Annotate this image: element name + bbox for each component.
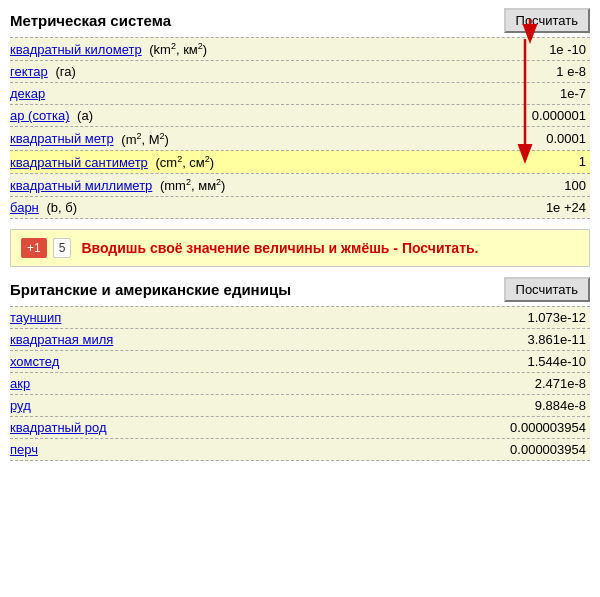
- unit-symbol: (mm2, мм2): [156, 178, 225, 193]
- unit-link-6[interactable]: перч: [10, 442, 38, 457]
- unit-link-0[interactable]: тауншип: [10, 310, 61, 325]
- unit-value: 1 е-8: [490, 64, 590, 79]
- unit-value: 0.0001: [490, 131, 590, 146]
- table-row: гектар (га)1 е-8: [10, 60, 590, 82]
- unit-name: барн (b, б): [10, 200, 77, 215]
- table-row: квадратный метр (m2, М2)0.0001: [10, 126, 590, 149]
- unit-value: 1е -10: [490, 42, 590, 57]
- table-row: квадратный род0.000003954: [10, 416, 590, 438]
- unit-link-4[interactable]: руд: [10, 398, 31, 413]
- unit-name: перч: [10, 442, 38, 457]
- table-row: ар (сотка) (а)0.000001: [10, 104, 590, 126]
- google-plus-button[interactable]: +1: [21, 238, 47, 258]
- unit-symbol: (га): [52, 64, 76, 79]
- unit-value: 3.861е-11: [490, 332, 590, 347]
- unit-name: квадратная миля: [10, 332, 113, 347]
- unit-name: квадратный миллиметр (mm2, мм2): [10, 177, 225, 193]
- table-row: квадратный миллиметр (mm2, мм2)100: [10, 173, 590, 196]
- unit-link-7[interactable]: барн: [10, 200, 39, 215]
- info-box: +1 5 Вводишь своё значение величины и жм…: [10, 229, 590, 267]
- unit-link-3[interactable]: акр: [10, 376, 30, 391]
- unit-value: 1е-7: [490, 86, 590, 101]
- unit-value: 2.471е-8: [490, 376, 590, 391]
- table-row: декар1е-7: [10, 82, 590, 104]
- unit-link-0[interactable]: квадратный километр: [10, 42, 142, 57]
- google-count: 5: [53, 238, 72, 258]
- unit-link-6[interactable]: квадратный миллиметр: [10, 178, 152, 193]
- unit-value: 0.000001: [490, 108, 590, 123]
- british-units-table: тауншип1.073е-12квадратная миля3.861е-11…: [10, 306, 590, 461]
- unit-name: декар: [10, 86, 45, 101]
- unit-name: руд: [10, 398, 31, 413]
- unit-name: тауншип: [10, 310, 61, 325]
- unit-symbol: (cm2, см2): [152, 155, 214, 170]
- table-row: хомстед1.544е-10: [10, 350, 590, 372]
- table-row: квадратный километр (km2, км2)1е -10: [10, 37, 590, 60]
- table-row: квадратная миля3.861е-11: [10, 328, 590, 350]
- unit-link-1[interactable]: квадратная миля: [10, 332, 113, 347]
- british-calc-button[interactable]: Посчитать: [504, 277, 590, 302]
- unit-value: 1.073е-12: [490, 310, 590, 325]
- unit-name: ар (сотка) (а): [10, 108, 93, 123]
- unit-value: 9.884е-8: [490, 398, 590, 413]
- unit-name: квадратный метр (m2, М2): [10, 130, 169, 146]
- unit-link-4[interactable]: квадратный метр: [10, 132, 114, 147]
- unit-name: квадратный сантиметр (cm2, см2): [10, 154, 214, 170]
- metric-units-table: квадратный километр (km2, км2)1е -10гект…: [10, 37, 590, 219]
- british-section-title: Британские и американские единицы: [10, 281, 291, 298]
- metric-calc-button[interactable]: Посчитать: [504, 8, 590, 33]
- unit-value: 0.000003954: [490, 420, 590, 435]
- unit-link-3[interactable]: ар (сотка): [10, 108, 69, 123]
- unit-name: акр: [10, 376, 30, 391]
- unit-symbol: (m2, М2): [118, 132, 169, 147]
- unit-link-5[interactable]: квадратный род: [10, 420, 107, 435]
- metric-section-title: Метрическая система: [10, 12, 171, 29]
- table-row: барн (b, б)1е +24: [10, 196, 590, 219]
- unit-symbol: (b, б): [43, 200, 77, 215]
- google-plus-label: +1: [27, 241, 41, 255]
- unit-link-5[interactable]: квадратный сантиметр: [10, 155, 148, 170]
- unit-link-1[interactable]: гектар: [10, 64, 48, 79]
- unit-value: 1.544е-10: [490, 354, 590, 369]
- unit-symbol: (а): [73, 108, 93, 123]
- unit-name: квадратный род: [10, 420, 107, 435]
- unit-link-2[interactable]: декар: [10, 86, 45, 101]
- unit-symbol: (km2, км2): [146, 42, 208, 57]
- unit-value: 1е +24: [490, 200, 590, 215]
- info-text: Вводишь своё значение величины и жмёшь -…: [81, 240, 478, 256]
- unit-link-2[interactable]: хомстед: [10, 354, 59, 369]
- unit-value: 100: [490, 178, 590, 193]
- unit-value: 1: [490, 154, 590, 169]
- unit-name: гектар (га): [10, 64, 76, 79]
- unit-name: квадратный километр (km2, км2): [10, 41, 207, 57]
- table-row: акр2.471е-8: [10, 372, 590, 394]
- table-row: квадратный сантиметр (cm2, см2)1: [10, 150, 590, 173]
- table-row: тауншип1.073е-12: [10, 306, 590, 328]
- table-row: руд9.884е-8: [10, 394, 590, 416]
- table-row: перч0.000003954: [10, 438, 590, 461]
- unit-name: хомстед: [10, 354, 59, 369]
- unit-value: 0.000003954: [490, 442, 590, 457]
